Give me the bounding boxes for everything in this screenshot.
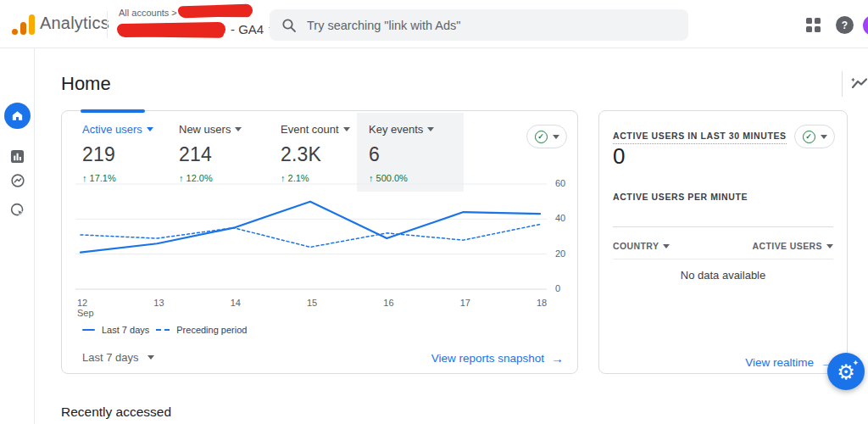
x-tick-label: 13 (153, 298, 164, 308)
search-input[interactable] (307, 19, 646, 32)
app-name: Analytics (40, 14, 109, 33)
country-column-header[interactable]: COUNTRY (613, 241, 670, 251)
header-divider (107, 11, 108, 38)
metric-value: 6 (369, 143, 464, 166)
logo-bar-tall (29, 14, 35, 35)
view-realtime-link[interactable]: View realtime → (745, 355, 833, 370)
y-tick-label: 60 (555, 178, 565, 188)
x-axis-month-label: Sep (77, 308, 94, 318)
chevron-down-icon (826, 244, 833, 248)
overview-card: Active users 219 ↑ 17.1% New users 214 ↑… (61, 110, 578, 374)
y-axis-labels: 0204060 (550, 177, 572, 296)
sidebar-item-home[interactable] (0, 103, 35, 129)
metric-label: Event count (281, 123, 339, 136)
insights-divider (842, 71, 843, 97)
empty-state-message: No data available (599, 269, 847, 282)
realtime-table-headers: COUNTRY ACTIVE USERS (613, 241, 833, 251)
metric-label: Key events (369, 123, 423, 136)
y-tick-label: 0 (555, 283, 560, 293)
property-suffix: - GA4 (231, 22, 264, 36)
legend-dashed-line-icon (156, 329, 170, 331)
date-range-label: Last 7 days (82, 351, 139, 364)
realtime-title: ACTIVE USERS IN LAST 30 MINUTES (613, 131, 787, 144)
logo-dot (12, 29, 18, 35)
legend-label-preceding: Preceding period (176, 325, 247, 335)
avatar[interactable] (863, 15, 868, 36)
chart-legend: Last 7 days Preceding period (82, 325, 247, 335)
grid-square (806, 18, 812, 24)
chevron-right-icon: > (171, 8, 176, 18)
active-users-column-header[interactable]: ACTIVE USERS (753, 241, 833, 251)
realtime-active-users-value: 0 (613, 143, 625, 170)
breadcrumb-top-row: All accounts> (119, 8, 177, 18)
ga4-home-screen: Analytics All accounts> - GA4 ? (0, 0, 868, 424)
explore-icon (10, 173, 25, 188)
check-circle-icon: ✓ (535, 131, 548, 143)
legend-label-current: Last 7 days (102, 325, 149, 335)
sidebar: ⚙ (0, 48, 35, 424)
metric-tab-new-users[interactable]: New users 214 ↑ 12.0% (179, 123, 274, 183)
logo-bar-mid (20, 22, 26, 35)
date-range-selector[interactable]: Last 7 days (82, 351, 154, 364)
metric-label: New users (179, 123, 231, 136)
legend-solid-line-icon (82, 329, 95, 331)
link-label: View realtime (745, 356, 814, 369)
column-label: COUNTRY (613, 241, 659, 251)
apps-grid-icon[interactable] (806, 18, 821, 32)
chevron-down-icon (343, 127, 350, 131)
view-reports-snapshot-link[interactable]: View reports snapshot → (431, 351, 564, 365)
x-tick-label: 16 (383, 298, 393, 308)
chevron-down-icon (553, 135, 559, 139)
breadcrumb-all-accounts[interactable]: All accounts (119, 8, 169, 18)
overview-chart: 0204060 12Sep131415161718 (75, 177, 574, 321)
redaction-scribble-account (178, 3, 253, 18)
data-quality-button[interactable]: ✓ (794, 125, 835, 148)
analytics-logo (12, 14, 35, 35)
grid-square (806, 26, 812, 32)
sidebar-item-reports[interactable] (0, 149, 35, 164)
metric-value: 219 (82, 143, 177, 166)
sparkle-icon: ✦ (852, 359, 859, 367)
arrow-right-icon: → (551, 351, 564, 365)
y-tick-label: 20 (555, 248, 565, 259)
selected-tab-indicator (81, 109, 145, 113)
sidebar-item-explore[interactable] (0, 173, 35, 188)
redaction-scribble-property (117, 22, 225, 37)
page-title: Home (61, 73, 111, 95)
recently-accessed-heading: Recently accessed (61, 404, 171, 420)
assistant-fab-button[interactable]: ⚙ ✦ (827, 353, 865, 390)
home-icon (4, 103, 31, 129)
breadcrumb: All accounts> - GA4 (119, 7, 263, 42)
link-label: View reports snapshot (431, 352, 544, 365)
help-icon[interactable]: ? (836, 16, 854, 34)
metric-tab-active-users[interactable]: Active users 219 ↑ 17.1% (82, 123, 177, 183)
advertising-target-icon (10, 203, 25, 218)
x-tick-label: 14 (231, 298, 241, 308)
column-label: ACTIVE USERS (753, 241, 822, 251)
chevron-down-icon (147, 355, 154, 360)
metric-value: 214 (179, 143, 274, 166)
search-bar[interactable] (270, 9, 688, 41)
active-users-per-minute-label: ACTIVE USERS PER MINUTE (613, 192, 748, 202)
data-quality-button[interactable]: ✓ (526, 125, 567, 148)
overview-chart-svg (75, 177, 547, 296)
x-tick-label: 12Sep (77, 298, 94, 318)
search-icon (281, 18, 297, 33)
chevron-down-icon (147, 127, 153, 131)
app-header: Analytics All accounts> - GA4 ? (0, 0, 868, 48)
table-header-divider (613, 259, 833, 259)
y-tick-label: 40 (555, 213, 565, 223)
x-tick-label: 15 (307, 298, 317, 308)
chevron-down-icon (821, 135, 827, 139)
grid-square (815, 18, 821, 24)
grid-square (815, 26, 821, 32)
chevron-down-icon (427, 127, 434, 131)
chevron-down-icon (235, 127, 242, 131)
sidebar-item-advertising[interactable] (0, 203, 35, 218)
x-tick-label: 17 (460, 298, 470, 308)
chevron-down-icon (663, 244, 670, 248)
bar-chart-icon (10, 149, 25, 164)
sparkline-baseline (613, 226, 833, 227)
metric-label: Active users (82, 123, 142, 136)
insights-icon[interactable] (849, 75, 868, 93)
